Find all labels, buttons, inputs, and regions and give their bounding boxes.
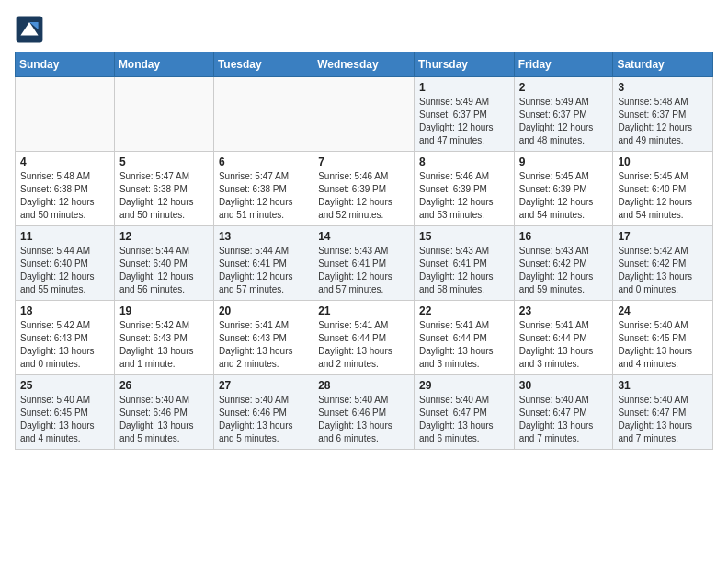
day-number: 5 <box>119 155 209 168</box>
day-number: 12 <box>119 230 209 243</box>
weekday-header-sunday: Sunday <box>16 52 115 77</box>
calendar-cell: 16Sunrise: 5:43 AM Sunset: 6:42 PM Dayli… <box>514 226 613 301</box>
day-number: 4 <box>20 155 109 168</box>
calendar-header: SundayMondayTuesdayWednesdayThursdayFrid… <box>16 52 713 77</box>
day-info: Sunrise: 5:43 AM Sunset: 6:42 PM Dayligh… <box>519 245 609 296</box>
day-number: 26 <box>119 379 209 392</box>
day-info: Sunrise: 5:40 AM Sunset: 6:47 PM Dayligh… <box>419 394 509 445</box>
calendar-week-3: 11Sunrise: 5:44 AM Sunset: 6:40 PM Dayli… <box>16 226 713 301</box>
day-number: 29 <box>419 379 509 392</box>
calendar-cell: 2Sunrise: 5:49 AM Sunset: 6:37 PM Daylig… <box>514 77 613 152</box>
calendar-cell: 18Sunrise: 5:42 AM Sunset: 6:43 PM Dayli… <box>16 301 115 375</box>
calendar-cell: 9Sunrise: 5:45 AM Sunset: 6:39 PM Daylig… <box>514 152 613 226</box>
day-info: Sunrise: 5:41 AM Sunset: 6:43 PM Dayligh… <box>219 319 308 371</box>
day-info: Sunrise: 5:44 AM Sunset: 6:41 PM Dayligh… <box>219 245 308 296</box>
calendar-cell: 5Sunrise: 5:47 AM Sunset: 6:38 PM Daylig… <box>114 152 213 226</box>
calendar-cell <box>213 77 313 152</box>
logo <box>15 15 48 44</box>
calendar-cell: 7Sunrise: 5:46 AM Sunset: 6:39 PM Daylig… <box>313 152 415 226</box>
day-number: 22 <box>419 304 509 317</box>
day-number: 23 <box>519 304 609 317</box>
calendar-week-5: 25Sunrise: 5:40 AM Sunset: 6:45 PM Dayli… <box>16 375 713 450</box>
weekday-header-wednesday: Wednesday <box>313 52 415 77</box>
calendar-cell: 15Sunrise: 5:43 AM Sunset: 6:41 PM Dayli… <box>414 226 514 301</box>
day-info: Sunrise: 5:40 AM Sunset: 6:46 PM Dayligh… <box>219 394 308 445</box>
day-info: Sunrise: 5:40 AM Sunset: 6:45 PM Dayligh… <box>20 394 109 445</box>
weekday-header-monday: Monday <box>114 52 213 77</box>
calendar-cell: 6Sunrise: 5:47 AM Sunset: 6:38 PM Daylig… <box>213 152 313 226</box>
day-number: 10 <box>618 155 708 168</box>
day-number: 24 <box>618 304 708 317</box>
day-number: 11 <box>20 230 109 243</box>
day-number: 25 <box>20 379 109 392</box>
calendar-cell: 22Sunrise: 5:41 AM Sunset: 6:44 PM Dayli… <box>414 301 514 375</box>
day-info: Sunrise: 5:49 AM Sunset: 6:37 PM Dayligh… <box>519 96 609 147</box>
calendar-cell: 20Sunrise: 5:41 AM Sunset: 6:43 PM Dayli… <box>213 301 313 375</box>
day-number: 30 <box>519 379 609 392</box>
calendar-cell: 8Sunrise: 5:46 AM Sunset: 6:39 PM Daylig… <box>414 152 514 226</box>
calendar-cell: 3Sunrise: 5:48 AM Sunset: 6:37 PM Daylig… <box>613 77 713 152</box>
day-number: 17 <box>618 230 708 243</box>
day-number: 1 <box>419 81 509 94</box>
day-number: 3 <box>618 81 708 94</box>
weekday-header-row: SundayMondayTuesdayWednesdayThursdayFrid… <box>16 52 713 77</box>
day-number: 6 <box>219 155 308 168</box>
day-info: Sunrise: 5:47 AM Sunset: 6:38 PM Dayligh… <box>219 170 308 222</box>
day-info: Sunrise: 5:48 AM Sunset: 6:38 PM Dayligh… <box>20 170 109 222</box>
calendar-cell: 13Sunrise: 5:44 AM Sunset: 6:41 PM Dayli… <box>213 226 313 301</box>
day-info: Sunrise: 5:40 AM Sunset: 6:46 PM Dayligh… <box>119 394 209 445</box>
calendar-cell: 31Sunrise: 5:40 AM Sunset: 6:47 PM Dayli… <box>613 375 713 450</box>
calendar-cell: 26Sunrise: 5:40 AM Sunset: 6:46 PM Dayli… <box>114 375 213 450</box>
logo-icon <box>15 15 44 44</box>
day-info: Sunrise: 5:46 AM Sunset: 6:39 PM Dayligh… <box>419 170 509 222</box>
day-info: Sunrise: 5:41 AM Sunset: 6:44 PM Dayligh… <box>519 319 609 371</box>
calendar-cell <box>16 77 115 152</box>
day-info: Sunrise: 5:46 AM Sunset: 6:39 PM Dayligh… <box>318 170 409 222</box>
calendar-cell: 23Sunrise: 5:41 AM Sunset: 6:44 PM Dayli… <box>514 301 613 375</box>
calendar-cell: 28Sunrise: 5:40 AM Sunset: 6:46 PM Dayli… <box>313 375 415 450</box>
calendar-table: SundayMondayTuesdayWednesdayThursdayFrid… <box>15 52 713 450</box>
day-info: Sunrise: 5:43 AM Sunset: 6:41 PM Dayligh… <box>419 245 509 296</box>
calendar-cell: 4Sunrise: 5:48 AM Sunset: 6:38 PM Daylig… <box>16 152 115 226</box>
calendar-week-1: 1Sunrise: 5:49 AM Sunset: 6:37 PM Daylig… <box>16 77 713 152</box>
calendar-cell: 30Sunrise: 5:40 AM Sunset: 6:47 PM Dayli… <box>514 375 613 450</box>
day-info: Sunrise: 5:40 AM Sunset: 6:46 PM Dayligh… <box>318 394 409 445</box>
weekday-header-friday: Friday <box>514 52 613 77</box>
calendar-cell: 1Sunrise: 5:49 AM Sunset: 6:37 PM Daylig… <box>414 77 514 152</box>
day-number: 7 <box>318 155 409 168</box>
day-info: Sunrise: 5:45 AM Sunset: 6:40 PM Dayligh… <box>618 170 708 222</box>
calendar-cell: 27Sunrise: 5:40 AM Sunset: 6:46 PM Dayli… <box>213 375 313 450</box>
calendar-cell: 11Sunrise: 5:44 AM Sunset: 6:40 PM Dayli… <box>16 226 115 301</box>
calendar-cell <box>114 77 213 152</box>
day-number: 14 <box>318 230 409 243</box>
calendar-cell: 25Sunrise: 5:40 AM Sunset: 6:45 PM Dayli… <box>16 375 115 450</box>
calendar-cell: 19Sunrise: 5:42 AM Sunset: 6:43 PM Dayli… <box>114 301 213 375</box>
day-info: Sunrise: 5:44 AM Sunset: 6:40 PM Dayligh… <box>119 245 209 296</box>
day-info: Sunrise: 5:43 AM Sunset: 6:41 PM Dayligh… <box>318 245 409 296</box>
calendar-week-4: 18Sunrise: 5:42 AM Sunset: 6:43 PM Dayli… <box>16 301 713 375</box>
calendar-cell: 21Sunrise: 5:41 AM Sunset: 6:44 PM Dayli… <box>313 301 415 375</box>
day-info: Sunrise: 5:44 AM Sunset: 6:40 PM Dayligh… <box>20 245 109 296</box>
calendar-cell: 29Sunrise: 5:40 AM Sunset: 6:47 PM Dayli… <box>414 375 514 450</box>
day-info: Sunrise: 5:42 AM Sunset: 6:43 PM Dayligh… <box>119 319 209 371</box>
day-number: 15 <box>419 230 509 243</box>
day-info: Sunrise: 5:49 AM Sunset: 6:37 PM Dayligh… <box>419 96 509 147</box>
calendar-cell: 14Sunrise: 5:43 AM Sunset: 6:41 PM Dayli… <box>313 226 415 301</box>
day-info: Sunrise: 5:42 AM Sunset: 6:43 PM Dayligh… <box>20 319 109 371</box>
calendar-body: 1Sunrise: 5:49 AM Sunset: 6:37 PM Daylig… <box>16 77 713 450</box>
day-number: 28 <box>318 379 409 392</box>
calendar-cell: 10Sunrise: 5:45 AM Sunset: 6:40 PM Dayli… <box>613 152 713 226</box>
day-info: Sunrise: 5:40 AM Sunset: 6:47 PM Dayligh… <box>618 394 708 445</box>
weekday-header-tuesday: Tuesday <box>213 52 313 77</box>
day-number: 2 <box>519 81 609 94</box>
day-number: 16 <box>519 230 609 243</box>
weekday-header-thursday: Thursday <box>414 52 514 77</box>
day-number: 27 <box>219 379 308 392</box>
day-number: 19 <box>119 304 209 317</box>
day-number: 9 <box>519 155 609 168</box>
calendar-cell: 17Sunrise: 5:42 AM Sunset: 6:42 PM Dayli… <box>613 226 713 301</box>
day-info: Sunrise: 5:48 AM Sunset: 6:37 PM Dayligh… <box>618 96 708 147</box>
day-info: Sunrise: 5:40 AM Sunset: 6:47 PM Dayligh… <box>519 394 609 445</box>
day-number: 18 <box>20 304 109 317</box>
day-info: Sunrise: 5:45 AM Sunset: 6:39 PM Dayligh… <box>519 170 609 222</box>
